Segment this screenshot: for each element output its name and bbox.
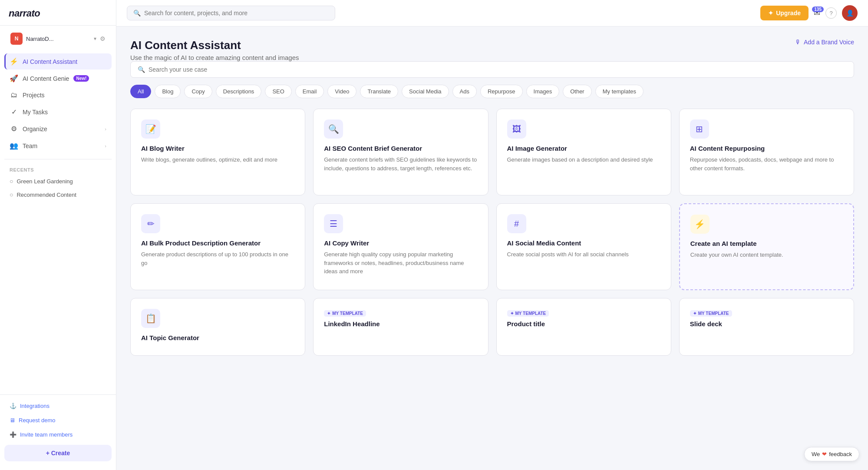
- sidebar-item-ai-content-assistant[interactable]: ⚡ AI Content Assistant: [4, 53, 112, 70]
- recents-list: ○ Green Leaf Gardening ○ Recommended Con…: [0, 174, 116, 202]
- filter-tab-social-media[interactable]: Social Media: [402, 85, 449, 98]
- search-input[interactable]: [144, 10, 329, 17]
- filter-tab-copy[interactable]: Copy: [184, 85, 212, 98]
- search-zoom-icon: 🔍: [328, 124, 339, 134]
- card-social-media[interactable]: # AI Social Media Content Create social …: [496, 203, 671, 290]
- circle-icon: ○: [10, 178, 13, 185]
- card-icon-wrap: ✏: [141, 214, 160, 233]
- create-button[interactable]: + Create: [4, 445, 112, 461]
- hash-icon: #: [514, 219, 519, 229]
- card-icon-wrap: 📝: [141, 119, 160, 139]
- my-template-badge: ✦ MY TEMPLATE: [507, 310, 549, 317]
- logo: narrato: [9, 8, 40, 19]
- filter-tab-translate[interactable]: Translate: [360, 85, 398, 98]
- usecase-search[interactable]: 🔍: [130, 61, 854, 78]
- sidebar-item-organize[interactable]: ⚙ Organize ›: [4, 121, 112, 137]
- request-demo-link[interactable]: 🖥 Request demo: [4, 414, 112, 427]
- image-icon: 🖼: [512, 124, 521, 134]
- integrations-label: Integrations: [20, 403, 50, 409]
- integrations-link[interactable]: ⚓ Integrations: [4, 399, 112, 413]
- card-image-generator[interactable]: 🖼 AI Image Generator Generate images bas…: [496, 109, 671, 195]
- card-blog-writer[interactable]: 📝 AI Blog Writer Write blogs, generate o…: [130, 109, 305, 195]
- card-desc: Write blogs, generate outlines, optimize…: [141, 156, 294, 164]
- topbar: 🔍 ✦ Upgrade ✉ 135 ? 👤: [116, 0, 868, 26]
- sidebar-nav: ⚡ AI Content Assistant 🚀 AI Content Geni…: [0, 52, 116, 156]
- filter-tab-blog[interactable]: Blog: [155, 85, 181, 98]
- star-icon: ✦: [768, 10, 773, 17]
- card-icon-wrap: #: [507, 214, 526, 233]
- card-desc: Generate high quality copy using popular…: [324, 250, 477, 276]
- sidebar-item-label: Team: [23, 142, 37, 149]
- anchor-icon: ⚓: [10, 403, 17, 409]
- chevron-down-icon: ▾: [94, 36, 96, 42]
- card-linkedin-headline[interactable]: ✦ MY TEMPLATE LinkedIn Headline: [313, 298, 488, 356]
- star-icon: ✦: [327, 311, 330, 316]
- sidebar-item-team[interactable]: 👥 Team ›: [4, 138, 112, 154]
- lightning-icon: ⚡: [10, 57, 18, 66]
- recent-item-green-leaf[interactable]: ○ Green Leaf Gardening: [4, 175, 112, 188]
- feedback-button[interactable]: We ❤ feedback: [804, 447, 859, 461]
- card-icon-wrap: ☰: [324, 214, 343, 233]
- sidebar-item-ai-content-genie[interactable]: 🚀 AI Content Genie New!: [4, 70, 112, 86]
- filter-tab-other[interactable]: Other: [563, 85, 592, 98]
- card-desc: Generate content briefs with SEO guideli…: [324, 156, 477, 172]
- filter-tab-seo[interactable]: SEO: [265, 85, 291, 98]
- filter-tab-all[interactable]: All: [130, 85, 151, 98]
- filter-tabs: All Blog Copy Descriptions SEO Email Vid…: [130, 85, 854, 98]
- lightning-icon: ⚡: [694, 219, 705, 229]
- card-icon-wrap: 📋: [141, 309, 160, 328]
- card-seo-brief[interactable]: 🔍 AI SEO Content Brief Generator Generat…: [313, 109, 488, 195]
- new-badge: New!: [73, 75, 89, 82]
- recent-item-recommended[interactable]: ○ Recommended Content: [4, 188, 112, 201]
- card-bulk-product[interactable]: ✏ AI Bulk Product Description Generator …: [130, 203, 305, 290]
- invite-team-link[interactable]: ➕ Invite team members: [4, 428, 112, 441]
- add-brand-voice-button[interactable]: 🎙 Add a Brand Voice: [795, 39, 854, 46]
- team-icon: 👥: [10, 142, 18, 150]
- upgrade-label: Upgrade: [776, 10, 801, 17]
- feedback-text: feedback: [829, 451, 852, 457]
- recent-item-label: Green Leaf Gardening: [17, 178, 73, 185]
- request-demo-label: Request demo: [19, 417, 56, 424]
- organize-icon: ⚙: [10, 125, 18, 133]
- sidebar-item-label: Projects: [23, 92, 45, 99]
- card-desc: Create social posts with AI for all soci…: [507, 250, 660, 259]
- card-title: Create an AI template: [690, 240, 843, 247]
- global-search[interactable]: 🔍: [127, 6, 335, 20]
- card-icon-wrap: 🖼: [507, 119, 526, 139]
- user-avatar[interactable]: 👤: [842, 5, 858, 21]
- sidebar-item-my-tasks[interactable]: ✓ My Tasks: [4, 104, 112, 120]
- chevron-right-icon: ›: [105, 126, 106, 132]
- card-slide-deck[interactable]: ✦ MY TEMPLATE Slide deck: [679, 298, 854, 356]
- card-topic-generator[interactable]: 📋 AI Topic Generator: [130, 298, 305, 356]
- usecase-search-input[interactable]: [149, 66, 847, 73]
- logo-area: narrato: [0, 0, 116, 26]
- rocket-icon: 🚀: [10, 74, 18, 83]
- card-product-title[interactable]: ✦ MY TEMPLATE Product title: [496, 298, 671, 356]
- star-icon: ✦: [510, 311, 514, 316]
- sidebar-bottom: ⚓ Integrations 🖥 Request demo ➕ Invite t…: [0, 394, 116, 470]
- filter-tab-email[interactable]: Email: [295, 85, 324, 98]
- feedback-label: We: [812, 451, 820, 457]
- check-icon: ✓: [10, 108, 18, 116]
- filter-tab-descriptions[interactable]: Descriptions: [216, 85, 262, 98]
- filter-tab-repurpose[interactable]: Repurpose: [480, 85, 523, 98]
- mic-icon: 🎙: [795, 39, 801, 46]
- card-content-repurposing[interactable]: ⊞ AI Content Repurposing Repurpose video…: [679, 109, 854, 195]
- account-switcher[interactable]: N NarratoD... ▾ ⚙: [4, 28, 112, 49]
- card-create-template[interactable]: ⚡ Create an AI template Create your own …: [679, 203, 854, 290]
- filter-tab-ads[interactable]: Ads: [452, 85, 477, 98]
- filter-tab-video[interactable]: Video: [327, 85, 356, 98]
- list-icon: ☰: [330, 218, 337, 229]
- card-copy-writer[interactable]: ☰ AI Copy Writer Generate high quality c…: [313, 203, 488, 290]
- folder-icon: 🗂: [10, 91, 18, 99]
- upgrade-button[interactable]: ✦ Upgrade: [760, 6, 809, 20]
- notifications-button[interactable]: ✉ 135: [814, 8, 820, 18]
- gear-icon[interactable]: ⚙: [100, 35, 106, 42]
- filter-tab-images[interactable]: Images: [526, 85, 560, 98]
- help-button[interactable]: ?: [825, 7, 837, 19]
- page-header: AI Content Assistant Use the magic of AI…: [130, 39, 854, 61]
- filter-tab-my-templates[interactable]: My templates: [595, 85, 644, 98]
- chevron-right-icon: ›: [105, 143, 106, 149]
- card-desc: Generate images based on a description a…: [507, 156, 660, 164]
- sidebar-item-projects[interactable]: 🗂 Projects: [4, 87, 112, 103]
